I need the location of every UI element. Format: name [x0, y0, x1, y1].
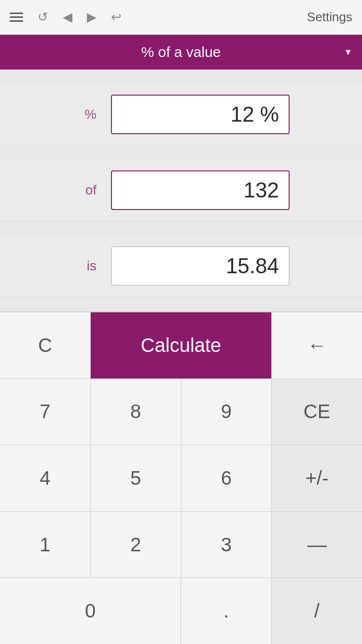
- key-2[interactable]: 2: [91, 512, 181, 578]
- hamburger-menu[interactable]: [10, 13, 23, 22]
- key-3[interactable]: 3: [181, 512, 272, 578]
- backspace-button[interactable]: ←: [272, 312, 362, 378]
- keypad-row-3: 4 5 6 +/-: [0, 445, 362, 512]
- refresh-button[interactable]: ↺: [38, 10, 48, 25]
- key-slash[interactable]: /: [272, 578, 362, 644]
- key-9[interactable]: 9: [181, 379, 272, 445]
- mode-dropdown[interactable]: % of a value ▼: [0, 35, 362, 70]
- keypad-row-1: C Calculate ←: [0, 312, 362, 379]
- key-6[interactable]: 6: [181, 445, 272, 511]
- input-section: % 12 % of 132 is 15.84: [0, 70, 362, 311]
- percent-row: % 12 %: [0, 84, 362, 145]
- spacer-mid1: [0, 145, 362, 160]
- mode-title: % of a value: [141, 44, 221, 60]
- key-4[interactable]: 4: [0, 445, 91, 511]
- key-dash[interactable]: —: [272, 512, 362, 578]
- spacer-mid2: [0, 221, 362, 236]
- key-5[interactable]: 5: [91, 445, 181, 511]
- key-plusminus[interactable]: +/-: [272, 445, 362, 511]
- key-ce[interactable]: CE: [272, 379, 362, 445]
- spacer-top: [0, 70, 362, 84]
- back-button[interactable]: ◀: [63, 10, 72, 25]
- key-8[interactable]: 8: [91, 379, 181, 445]
- of-row: of 132: [0, 160, 362, 221]
- keypad-row-2: 7 8 9 CE: [0, 379, 362, 446]
- keypad-row-5: 0 . /: [0, 578, 362, 644]
- top-bar: ↺ ◀ ▶ ↩ Settings: [0, 0, 362, 35]
- key-dot[interactable]: .: [181, 578, 272, 644]
- spacer-bottom: [0, 297, 362, 311]
- is-row: is 15.84: [0, 236, 362, 297]
- percent-input[interactable]: 12 %: [111, 95, 290, 134]
- clear-button[interactable]: C: [0, 312, 91, 378]
- of-label: of: [14, 182, 111, 198]
- calculate-button[interactable]: Calculate: [91, 312, 272, 378]
- key-7[interactable]: 7: [0, 379, 91, 445]
- is-label: is: [14, 258, 111, 274]
- keypad: C Calculate ← 7 8 9 CE 4 5 6 +/- 1 2 3 —…: [0, 311, 362, 644]
- settings-button[interactable]: Settings: [307, 10, 352, 25]
- of-input[interactable]: 132: [111, 170, 290, 210]
- forward-button[interactable]: ▶: [87, 10, 97, 25]
- key-1[interactable]: 1: [0, 512, 91, 578]
- result-display: 15.84: [111, 246, 290, 286]
- keypad-row-4: 1 2 3 —: [0, 512, 362, 578]
- percent-label: %: [14, 107, 111, 122]
- undo-button[interactable]: ↩: [111, 10, 122, 25]
- top-bar-left: ↺ ◀ ▶ ↩: [10, 10, 122, 25]
- key-0[interactable]: 0: [0, 578, 181, 644]
- dropdown-arrow-icon: ▼: [344, 47, 352, 57]
